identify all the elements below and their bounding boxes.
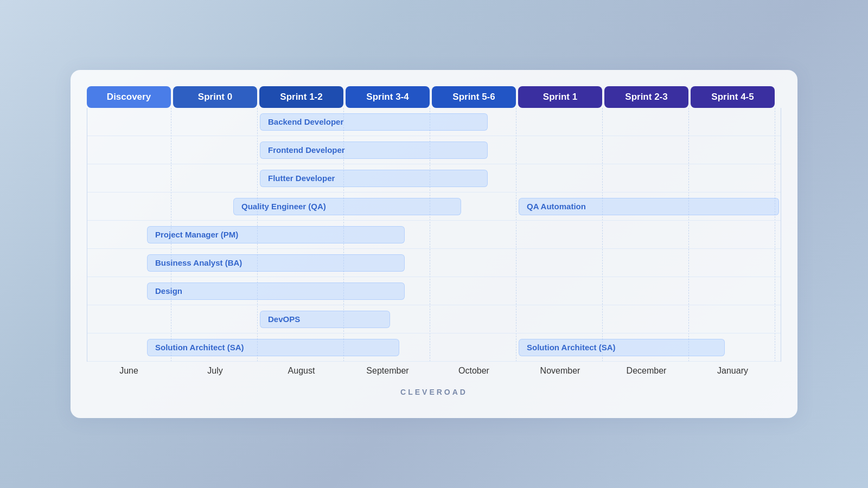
gantt-row: Quality Engineer (QA)QA Automation (87, 192, 781, 221)
sprint-header-sprint-1: Sprint 1 (518, 86, 602, 108)
gantt-row: Frontend Developer (87, 136, 781, 164)
bar-business-analyst: Business Analyst (BA) (147, 254, 405, 272)
bar-qa-automation: QA Automation (519, 198, 779, 215)
gantt-row: DevOPS (87, 305, 781, 333)
month-label-june: June (87, 366, 171, 376)
bar-project-manager: Project Manager (PM) (147, 226, 405, 243)
gantt-area: Backend DeveloperFrontend DeveloperFlutt… (87, 108, 781, 362)
bar-quality-engineer: Quality Engineer (QA) (233, 198, 461, 215)
gantt-row: Project Manager (PM) (87, 221, 781, 249)
gantt-rows: Backend DeveloperFrontend DeveloperFlutt… (87, 108, 781, 362)
bar-design: Design (147, 282, 405, 300)
sprint-header-discovery: Discovery (87, 86, 171, 108)
month-label-january: January (691, 366, 775, 376)
branding-text: CLEVEROAD (87, 388, 781, 396)
month-label-december: December (604, 366, 688, 376)
gantt-card: DiscoverySprint 0Sprint 1-2Sprint 3-4Spr… (71, 70, 797, 418)
month-labels: JuneJulyAugustSeptemberOctoberNovemberDe… (87, 366, 781, 376)
bar-flutter-developer: Flutter Developer (260, 170, 488, 187)
sprint-header-sprint-2-3: Sprint 2-3 (604, 86, 688, 108)
month-label-october: October (432, 366, 516, 376)
month-label-november: November (518, 366, 602, 376)
gantt-row: Flutter Developer (87, 164, 781, 192)
bar-devops: DevOPS (260, 311, 390, 328)
sprint-header-sprint-5-6: Sprint 5-6 (432, 86, 516, 108)
gantt-row: Backend Developer (87, 108, 781, 136)
sprint-header-sprint-1-2: Sprint 1-2 (259, 86, 343, 108)
bar-solution-architect-2: Solution Architect (SA) (519, 339, 725, 356)
sprint-header: DiscoverySprint 0Sprint 1-2Sprint 3-4Spr… (87, 86, 781, 108)
sprint-header-sprint-4-5: Sprint 4-5 (691, 86, 775, 108)
gantt-row: Design (87, 277, 781, 305)
month-label-september: September (346, 366, 430, 376)
gantt-row: Business Analyst (BA) (87, 249, 781, 277)
gantt-row: Solution Architect (SA)Solution Architec… (87, 333, 781, 362)
sprint-header-sprint-0: Sprint 0 (173, 86, 257, 108)
sprint-header-sprint-3-4: Sprint 3-4 (346, 86, 430, 108)
month-label-august: August (259, 366, 343, 376)
bar-solution-architect-1: Solution Architect (SA) (147, 339, 399, 356)
month-label-july: July (173, 366, 257, 376)
bar-backend-developer: Backend Developer (260, 113, 488, 131)
bar-frontend-developer: Frontend Developer (260, 142, 488, 159)
